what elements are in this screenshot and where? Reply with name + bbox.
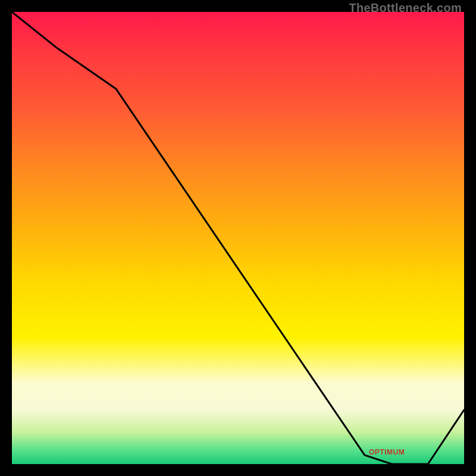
optimum-label: OPTIMUM (369, 448, 405, 456)
watermark-text: TheBottleneck.com (349, 1, 462, 15)
chart-plot-area: OPTIMUM (12, 12, 464, 464)
bottleneck-curve (12, 12, 464, 464)
